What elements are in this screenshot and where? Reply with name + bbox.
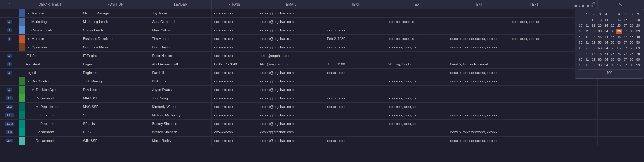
picker-number-cell[interactable]: 42 bbox=[591, 34, 597, 40]
picker-number-cell[interactable]: 73 bbox=[597, 51, 603, 57]
toggle-icon[interactable]: ▼ bbox=[27, 37, 31, 41]
picker-number-cell[interactable]: 16 bbox=[616, 17, 622, 23]
picker-number-cell[interactable]: 89 bbox=[635, 57, 641, 62]
picker-number-cell[interactable]: 71 bbox=[584, 51, 590, 57]
toggle-icon[interactable]: ▼ bbox=[27, 80, 31, 83]
picker-number-cell[interactable]: 98 bbox=[629, 63, 635, 68]
picker-number-cell[interactable]: 64 bbox=[603, 46, 609, 51]
picker-number-cell[interactable]: 41 bbox=[584, 34, 590, 40]
picker-number-cell[interactable]: 80 bbox=[578, 57, 584, 62]
picker-number-cell[interactable]: 62 bbox=[591, 46, 597, 51]
picker-number-cell[interactable]: 81 bbox=[584, 57, 590, 62]
number-picker-popup[interactable]: 0123456789101112131415161718192021222324… bbox=[575, 9, 644, 79]
picker-number-cell[interactable]: 11 bbox=[584, 17, 590, 23]
picker-number-cell[interactable]: 43 bbox=[597, 34, 603, 40]
picker-number-cell[interactable]: 90 bbox=[578, 63, 584, 68]
picker-number-cell[interactable]: 30 bbox=[578, 29, 584, 34]
picker-number-cell[interactable]: 61 bbox=[584, 46, 590, 51]
picker-number-cell[interactable]: 23 bbox=[597, 23, 603, 28]
picker-number-cell[interactable]: 72 bbox=[591, 51, 597, 57]
picker-number-cell[interactable]: 20 bbox=[578, 23, 584, 28]
picker-number-cell[interactable]: 92 bbox=[591, 63, 597, 68]
table-row[interactable]: .3LogisticEngineerFan Hillxxxx-xxx-xxxxx… bbox=[0, 69, 644, 77]
picker-number-cell[interactable]: 69 bbox=[635, 46, 641, 51]
picker-number-cell[interactable]: 77 bbox=[622, 51, 628, 57]
table-row[interactable]: .1.2▼ DepartmentMAC SSEKimberly Weberxxx… bbox=[0, 103, 644, 111]
picker-number-cell[interactable]: 27 bbox=[622, 23, 628, 28]
picker-number-cell[interactable]: 51 bbox=[584, 40, 590, 45]
table-row[interactable]: .2CommunicationComm LeaderMars Colinsxxx… bbox=[0, 26, 644, 35]
picker-number-cell[interactable]: 58 bbox=[629, 40, 635, 45]
picker-number-cell[interactable]: 45 bbox=[609, 34, 615, 40]
table-row[interactable]: ▼ OperationOperation ManagerLinda Taylor… bbox=[0, 43, 644, 52]
picker-number-cell[interactable]: 28 bbox=[629, 23, 635, 28]
table-row[interactable]: .1.4DepartmentWIN SSEMaya Ruddyxxxx-xxx-… bbox=[0, 137, 644, 145]
picker-number-cell[interactable]: 75 bbox=[609, 51, 615, 57]
picker-number-cell[interactable]: 0 bbox=[578, 12, 584, 17]
picker-number-cell[interactable]: 2 bbox=[591, 12, 597, 17]
picker-number-cell[interactable]: 14 bbox=[603, 17, 609, 23]
toggle-icon[interactable]: ▼ bbox=[27, 46, 31, 49]
picker-number-cell[interactable]: 38 bbox=[629, 29, 635, 34]
picker-number-cell[interactable]: 34 bbox=[603, 29, 609, 34]
picker-number-cell[interactable]: 18 bbox=[629, 17, 635, 23]
picker-number-cell[interactable]: 40 bbox=[578, 34, 584, 40]
picker-number-cell[interactable]: 47 bbox=[622, 34, 628, 40]
picker-100-option[interactable]: 100 bbox=[578, 69, 641, 76]
picker-number-cell[interactable]: 55 bbox=[609, 40, 615, 45]
picker-number-cell[interactable]: 21 bbox=[584, 23, 590, 28]
table-row[interactable]: .1.1DepartmentMAC SSEJulie Yangxxxx-xxx-… bbox=[0, 94, 644, 103]
picker-number-cell[interactable]: 50 bbox=[578, 40, 584, 45]
picker-number-cell[interactable]: 87 bbox=[622, 57, 628, 62]
picker-number-cell[interactable]: 8 bbox=[629, 12, 635, 17]
picker-number-cell[interactable]: 56 bbox=[616, 40, 622, 45]
toggle-icon[interactable]: ▼ bbox=[27, 12, 31, 15]
picker-number-cell[interactable]: 46 bbox=[616, 34, 622, 40]
picker-number-cell[interactable]: 37 bbox=[622, 29, 628, 34]
picker-number-cell[interactable]: 25 bbox=[609, 23, 615, 28]
picker-number-cell[interactable]: 13 bbox=[597, 17, 603, 23]
picker-number-cell[interactable]: 78 bbox=[629, 51, 635, 57]
table-row[interactable]: .1IT InfraIT EngineerPeter Nelsonxxxx-xx… bbox=[0, 52, 644, 60]
table-row[interactable]: ▼ Dev CenterTech ManagerPhilip Leexxxx-x… bbox=[0, 77, 644, 86]
picker-number-cell[interactable]: 82 bbox=[591, 57, 597, 62]
picker-number-cell[interactable]: 93 bbox=[597, 63, 603, 68]
picker-number-cell[interactable]: 53 bbox=[597, 40, 603, 45]
picker-number-cell[interactable]: 68 bbox=[629, 46, 635, 51]
picker-number-cell[interactable]: 99 bbox=[635, 63, 641, 68]
picker-number-cell[interactable]: 79 bbox=[635, 51, 641, 57]
picker-number-cell[interactable]: 66 bbox=[616, 46, 622, 51]
table-row[interactable]: .2AssistantEngineerAbel Adams asdf4230-5… bbox=[0, 60, 644, 69]
picker-number-cell[interactable]: 39 bbox=[635, 29, 641, 34]
picker-number-cell[interactable]: 17 bbox=[622, 17, 628, 23]
picker-number-cell[interactable]: 33 bbox=[597, 29, 603, 34]
picker-number-cell[interactable]: 4 bbox=[603, 12, 609, 17]
picker-number-cell[interactable]: 3 bbox=[597, 12, 603, 17]
toggle-icon[interactable]: ▼ bbox=[36, 105, 39, 109]
table-row[interactable]: .1▼ Desktop AppDev LeaderJoyce Evansxxxx… bbox=[0, 86, 644, 94]
picker-number-cell[interactable]: 22 bbox=[591, 23, 597, 28]
picker-number-cell[interactable]: 59 bbox=[635, 40, 641, 45]
picker-number-cell[interactable]: 94 bbox=[603, 63, 609, 68]
table-row[interactable]: .1.3DepartmentH5 SEBritney Simpsonxxxx-x… bbox=[0, 128, 644, 137]
table-row[interactable]: ▼ MarcomMarcom ManagerJoy Jonesxxxx-xxx-… bbox=[0, 9, 644, 18]
picker-number-cell[interactable]: 44 bbox=[603, 34, 609, 40]
picker-number-cell[interactable]: 74 bbox=[603, 51, 609, 57]
picker-number-cell[interactable]: 96 bbox=[616, 63, 622, 68]
picker-number-cell[interactable]: 12 bbox=[591, 17, 597, 23]
picker-number-cell[interactable]: 67 bbox=[622, 46, 628, 51]
picker-number-cell[interactable]: 57 bbox=[622, 40, 628, 45]
table-row[interactable]: .1MarketingMarketing LeaderSara Campbell… bbox=[0, 18, 644, 26]
picker-number-cell[interactable]: 19 bbox=[635, 17, 641, 23]
picker-number-cell[interactable]: 35 bbox=[609, 29, 615, 34]
table-row[interactable]: .1.2.2DepartmentSE asfsBritney Simpsonxx… bbox=[0, 120, 644, 128]
toggle-icon[interactable]: ▼ bbox=[31, 88, 35, 92]
picker-number-cell[interactable]: 84 bbox=[603, 57, 609, 62]
picker-number-cell[interactable]: 86 bbox=[616, 57, 622, 62]
table-row[interactable]: 3▼ MarcomBusiness DeveloperTim Moorexxxx… bbox=[0, 35, 644, 43]
picker-number-cell[interactable]: 49 bbox=[635, 34, 641, 40]
picker-number-cell[interactable]: 97 bbox=[622, 63, 628, 68]
picker-number-cell[interactable]: 24 bbox=[603, 23, 609, 28]
picker-number-cell[interactable]: 76 bbox=[616, 51, 622, 57]
picker-number-cell[interactable]: 48 bbox=[629, 34, 635, 40]
